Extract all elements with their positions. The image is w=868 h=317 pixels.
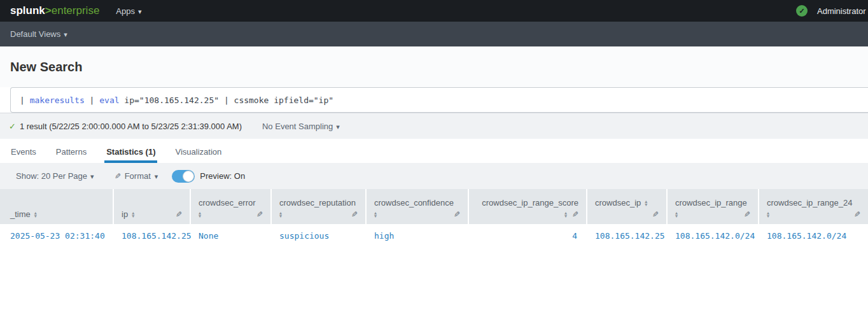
- column-header-line: _time: [10, 209, 105, 219]
- column-header-line: [477, 209, 578, 219]
- tab-events[interactable]: Events: [11, 147, 36, 163]
- tab-visualization[interactable]: Visualization: [175, 147, 221, 163]
- sort-column-icon[interactable]: [767, 211, 769, 218]
- results-info-bar: 1 result (5/22/25 2:00:00.000 AM to 5/23…: [0, 113, 868, 139]
- cell-crowdsec_ip_range_24[interactable]: 108.165.142.0/24: [759, 231, 868, 241]
- column-header-line: [374, 209, 460, 219]
- toggle-knob[interactable]: [183, 171, 194, 182]
- edit-column-icon[interactable]: [854, 210, 860, 219]
- column-header-_time[interactable]: _time: [0, 189, 114, 224]
- column-header-label: crowdsec_ip_range_24: [767, 198, 852, 208]
- search-query-input[interactable]: | makeresults | eval ip="108.165.142.25"…: [10, 87, 868, 113]
- column-header-label: ip: [122, 209, 128, 219]
- sort-column-icon[interactable]: [199, 211, 201, 218]
- query-segment: ip="108.165.142.25" | cssmoke ipfield="i…: [120, 95, 334, 105]
- cell-_time[interactable]: 2025-05-23 02:31:40: [0, 231, 114, 241]
- table-header-row: _timeipcrowdsec_errorcrowdsec_reputation…: [0, 189, 868, 224]
- column-header-label: crowdsec_confidence: [374, 198, 454, 208]
- cell-ip[interactable]: 108.165.142.25: [114, 231, 191, 241]
- user-menu[interactable]: Administrator: [796, 0, 866, 22]
- preview-state-label: Preview: On: [200, 171, 245, 181]
- cell-crowdsec_reputation[interactable]: suspicious: [272, 231, 367, 241]
- tab-patterns[interactable]: Patterns: [56, 147, 87, 163]
- chevron-down-icon: [64, 29, 67, 39]
- result-summary: 1 result (5/22/25 2:00:00.000 AM to 5/23…: [20, 122, 242, 131]
- logo-product-text: enterprise: [52, 4, 100, 17]
- chevron-down-icon: [155, 171, 158, 181]
- column-header-line: ip: [122, 209, 182, 219]
- cell-crowdsec_ip_range_score[interactable]: 4: [469, 231, 587, 241]
- pencil-icon: [115, 172, 121, 181]
- column-header-line: crowdsec_confidence: [374, 198, 460, 208]
- column-header-crowdsec_error[interactable]: crowdsec_error: [191, 189, 272, 224]
- tab-statistics-1[interactable]: Statistics (1): [106, 147, 155, 163]
- edit-column-icon[interactable]: [176, 210, 182, 219]
- column-header-line: [595, 209, 659, 219]
- edit-column-icon[interactable]: [572, 210, 578, 219]
- logo-splunk-text: splunk: [10, 4, 45, 17]
- table-body: 2025-05-23 02:31:40108.165.142.25Nonesus…: [0, 224, 868, 248]
- pagination-size-dropdown[interactable]: Show: 20 Per Page: [16, 171, 94, 181]
- sort-column-icon[interactable]: [132, 211, 134, 218]
- query-segment: makeresults: [30, 95, 85, 105]
- user-name-label: Administrator: [817, 6, 866, 16]
- default-views-menu[interactable]: Default Views: [10, 29, 67, 39]
- column-header-line: crowdsec_reputation: [279, 198, 358, 208]
- sort-column-icon[interactable]: [675, 211, 678, 218]
- column-header-ip[interactable]: ip: [114, 189, 191, 224]
- pagination-size-label: Show: 20 Per Page: [16, 171, 87, 181]
- column-header-crowdsec_ip_range_24[interactable]: crowdsec_ip_range_24: [759, 189, 868, 224]
- column-header-label: crowdsec_error: [199, 198, 256, 208]
- format-label: Format: [125, 171, 151, 181]
- cell-crowdsec_confidence[interactable]: high: [367, 231, 469, 241]
- sort-column-icon[interactable]: [645, 200, 647, 206]
- logo-chevron: >: [45, 4, 52, 17]
- column-header-line: crowdsec_ip_range: [675, 198, 750, 208]
- column-header-label: crowdsec_ip: [595, 198, 641, 208]
- format-dropdown[interactable]: Format: [115, 171, 158, 181]
- column-header-line: [767, 209, 860, 219]
- page-title: New Search: [10, 60, 82, 74]
- chevron-down-icon: [138, 6, 142, 16]
- event-sampling-dropdown[interactable]: No Event Sampling: [262, 122, 340, 131]
- table-row: 2025-05-23 02:31:40108.165.142.25Nonesus…: [0, 224, 868, 248]
- cell-crowdsec_ip[interactable]: 108.165.142.25: [587, 231, 668, 241]
- query-segment: |: [20, 95, 30, 105]
- column-header-line: [279, 209, 358, 219]
- column-header-label: crowdsec_ip_range: [675, 198, 747, 208]
- column-header-line: crowdsec_ip_range_24: [767, 198, 860, 208]
- sort-column-icon[interactable]: [564, 211, 567, 218]
- column-header-label: _time: [10, 209, 31, 219]
- event-sampling-label: No Event Sampling: [262, 122, 333, 131]
- edit-column-icon[interactable]: [454, 210, 460, 219]
- default-views-label: Default Views: [10, 29, 60, 39]
- column-header-line: crowdsec_error: [199, 198, 263, 208]
- result-check-icon: [9, 122, 16, 131]
- edit-column-icon[interactable]: [744, 210, 750, 219]
- status-check-icon[interactable]: [796, 5, 808, 17]
- edit-column-icon[interactable]: [652, 210, 659, 219]
- sort-column-icon[interactable]: [279, 211, 282, 218]
- search-bar-row: | makeresults | eval ip="108.165.142.25"…: [0, 87, 868, 113]
- column-header-label: crowdsec_reputation: [279, 198, 356, 208]
- sort-column-icon[interactable]: [34, 211, 37, 218]
- column-header-crowdsec_reputation[interactable]: crowdsec_reputation: [272, 189, 367, 224]
- cell-crowdsec_ip_range[interactable]: 108.165.142.0/24: [668, 231, 759, 241]
- cell-crowdsec_error[interactable]: None: [191, 231, 272, 241]
- column-header-crowdsec_ip_range[interactable]: crowdsec_ip_range: [668, 189, 759, 224]
- apps-menu-label: Apps: [116, 6, 135, 16]
- query-segment: |: [85, 95, 99, 105]
- search-title-section: New Search: [0, 46, 868, 87]
- column-header-crowdsec_ip[interactable]: crowdsec_ip: [587, 189, 668, 224]
- apps-menu[interactable]: Apps: [116, 6, 141, 16]
- column-header-label: crowdsec_ip_range_score: [482, 198, 578, 208]
- column-header-line: [675, 209, 750, 219]
- edit-column-icon[interactable]: [256, 210, 263, 219]
- results-tabs: EventsPatternsStatistics (1)Visualizatio…: [0, 139, 868, 163]
- sort-column-icon[interactable]: [374, 211, 377, 218]
- column-header-crowdsec_ip_range_score[interactable]: crowdsec_ip_range_score: [469, 189, 587, 224]
- preview-toggle[interactable]: [172, 170, 195, 183]
- column-header-crowdsec_confidence[interactable]: crowdsec_confidence: [367, 189, 469, 224]
- edit-column-icon[interactable]: [351, 210, 358, 219]
- column-header-line: [199, 209, 263, 219]
